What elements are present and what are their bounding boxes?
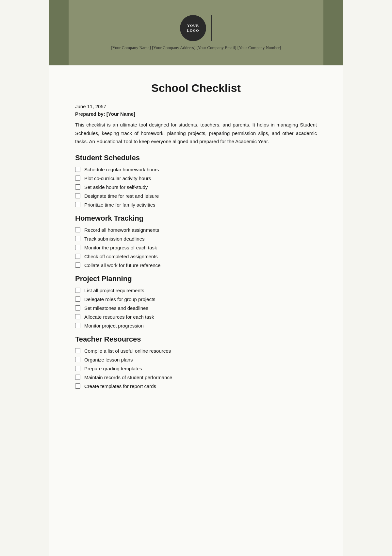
list-item: Prepare grading templates <box>75 366 317 371</box>
checkbox[interactable] <box>75 296 80 302</box>
list-item: Create templates for report cards <box>75 383 317 389</box>
checkbox[interactable] <box>75 202 80 207</box>
section-title-3: Teacher Resources <box>75 335 317 344</box>
list-item: Organize lesson plans <box>75 357 317 362</box>
list-item: Compile a list of useful online resource… <box>75 348 317 354</box>
list-item-text: Organize lesson plans <box>84 357 133 362</box>
checkbox[interactable] <box>75 305 80 311</box>
list-item: Schedule regular homework hours <box>75 167 317 172</box>
header-banner: YOUR LOGO [Your Company Name] [Your Comp… <box>49 0 343 65</box>
list-item: Monitor the progress of each task <box>75 245 317 250</box>
description: This checklist is an ultimate tool desig… <box>75 121 317 146</box>
list-item: Set aside hours for self-study <box>75 184 317 190</box>
checkbox[interactable] <box>75 262 80 268</box>
checkbox[interactable] <box>75 323 80 328</box>
list-item-text: Record all homework assignments <box>84 227 159 233</box>
list-item-text: Plot co-curricular activity hours <box>84 176 151 181</box>
checklist-0: Schedule regular homework hoursPlot co-c… <box>75 167 317 208</box>
list-item: Check off completed assignments <box>75 254 317 259</box>
list-item: Allocate resources for each task <box>75 314 317 320</box>
company-info: [Your Company Name] [Your Company Addres… <box>111 45 281 50</box>
logo-text-line1: YOUR <box>187 23 199 28</box>
checkbox[interactable] <box>75 366 80 371</box>
list-item: List all project requirements <box>75 288 317 293</box>
date-line: June 11, 2057 <box>75 104 317 109</box>
list-item-text: Create templates for report cards <box>84 383 156 389</box>
checkbox[interactable] <box>75 314 80 319</box>
checkbox[interactable] <box>75 375 80 380</box>
page-content: School Checklist June 11, 2057 Prepared … <box>49 65 343 556</box>
list-item: Monitor project progression <box>75 323 317 329</box>
list-item-text: Schedule regular homework hours <box>84 167 159 172</box>
list-item: Delegate roles for group projects <box>75 296 317 302</box>
list-item-text: Maintain records of student performance <box>84 375 172 380</box>
checkbox[interactable] <box>75 184 80 190</box>
checklist-2: List all project requirementsDelegate ro… <box>75 288 317 329</box>
list-item-text: Designate time for rest and leisure <box>84 193 159 199</box>
page-title: School Checklist <box>75 82 317 94</box>
list-item: Plot co-curricular activity hours <box>75 176 317 181</box>
sections-container: Student SchedulesSchedule regular homewo… <box>75 154 317 389</box>
checkbox[interactable] <box>75 227 80 232</box>
checklist-3: Compile a list of useful online resource… <box>75 348 317 389</box>
logo-area: YOUR LOGO <box>180 15 212 41</box>
list-item-text: Check off completed assignments <box>84 254 158 259</box>
list-item-text: Prepare grading templates <box>84 366 142 371</box>
section-title-0: Student Schedules <box>75 154 317 162</box>
list-item: Collate all work for future reference <box>75 262 317 268</box>
checkbox[interactable] <box>75 236 80 241</box>
checkbox[interactable] <box>75 288 80 293</box>
list-item: Prioritize time for family activities <box>75 202 317 208</box>
section-title-2: Project Planning <box>75 275 317 283</box>
list-item-text: Delegate roles for group projects <box>84 296 155 302</box>
header-accent-right <box>323 0 343 65</box>
list-item: Track submission deadlines <box>75 236 317 242</box>
list-item-text: Prioritize time for family activities <box>84 202 155 208</box>
list-item: Set milestones and deadlines <box>75 305 317 311</box>
list-item-text: Allocate resources for each task <box>84 314 154 320</box>
list-item-text: Monitor the progress of each task <box>84 245 157 250</box>
checkbox[interactable] <box>75 383 80 389</box>
checkbox[interactable] <box>75 245 80 250</box>
logo-text-line2: LOGO <box>187 28 199 33</box>
checklist-1: Record all homework assignmentsTrack sub… <box>75 227 317 268</box>
list-item-text: Compile a list of useful online resource… <box>84 348 171 354</box>
checkbox[interactable] <box>75 176 80 181</box>
list-item-text: List all project requirements <box>84 288 144 293</box>
checkbox[interactable] <box>75 254 80 259</box>
header-accent-left <box>49 0 69 65</box>
logo-divider <box>211 15 212 41</box>
logo-circle: YOUR LOGO <box>180 15 206 41</box>
list-item: Designate time for rest and leisure <box>75 193 317 199</box>
list-item-text: Track submission deadlines <box>84 236 145 242</box>
list-item: Maintain records of student performance <box>75 375 317 380</box>
checkbox[interactable] <box>75 193 80 198</box>
list-item: Record all homework assignments <box>75 227 317 233</box>
list-item-text: Collate all work for future reference <box>84 262 160 268</box>
checkbox[interactable] <box>75 167 80 172</box>
list-item-text: Set aside hours for self-study <box>84 184 148 190</box>
prepared-by: Prepared by: [Your Name] <box>75 111 317 117</box>
section-title-1: Homework Tracking <box>75 214 317 223</box>
checkbox[interactable] <box>75 348 80 353</box>
list-item-text: Monitor project progression <box>84 323 144 329</box>
list-item-text: Set milestones and deadlines <box>84 305 148 311</box>
checkbox[interactable] <box>75 357 80 362</box>
